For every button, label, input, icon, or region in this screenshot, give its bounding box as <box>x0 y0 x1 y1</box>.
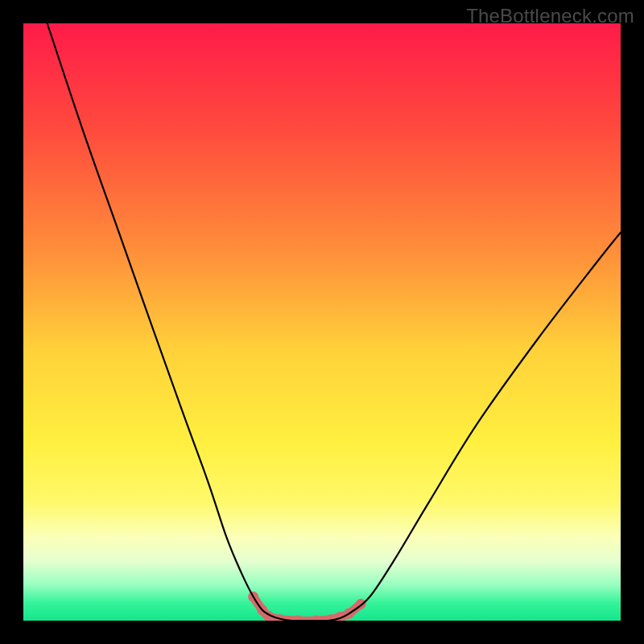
chart-frame: TheBottleneck.com <box>0 0 644 644</box>
plot-area <box>23 23 621 621</box>
chart-background <box>23 23 621 621</box>
bottleneck-chart <box>23 23 621 621</box>
